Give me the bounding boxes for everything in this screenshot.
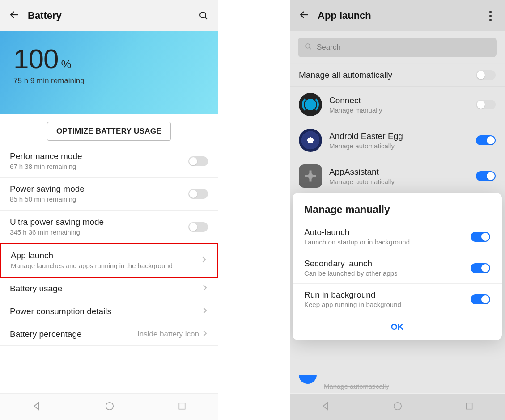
power-saving-row[interactable]: Power saving mode 85 h 50 min remaining [0, 178, 218, 210]
row-title: Battery usage [10, 284, 203, 294]
chevron-right-icon [203, 330, 208, 339]
svg-point-0 [200, 12, 206, 18]
manage-manually-dialog: Manage manually Auto-launch Launch on st… [293, 193, 502, 340]
chevron-right-icon [202, 256, 207, 265]
nav-home-icon[interactable] [105, 401, 115, 413]
row-subtitle: Launch on startup or in background [304, 238, 471, 246]
app-launch-row[interactable]: App launch Manage launches and apps runn… [0, 243, 218, 278]
app-launch-screen: App launch Search Manage all automatical… [290, 0, 505, 420]
secondary-launch-toggle[interactable] [471, 263, 490, 273]
svg-point-1 [106, 402, 113, 410]
ultra-power-toggle[interactable] [188, 222, 208, 232]
auto-launch-row[interactable]: Auto-launch Launch on startup or in back… [293, 221, 502, 252]
search-input[interactable]: Search [298, 38, 497, 57]
battery-banner[interactable]: 100 % 75 h 9 min remaining [0, 31, 218, 114]
battery-usage-row[interactable]: Battery usage [0, 277, 218, 300]
battery-remaining: 75 h 9 min remaining [13, 76, 204, 85]
app-name: Android Easter Egg [329, 131, 476, 141]
row-title: Secondary launch [304, 259, 471, 269]
settings-list: Performance mode 67 h 38 min remaining P… [0, 145, 218, 346]
nav-back-icon[interactable] [321, 401, 331, 413]
row-title: Manage all automatically [299, 70, 476, 80]
svg-point-4 [394, 402, 402, 410]
row-title: Ultra power saving mode [10, 217, 188, 227]
row-title: Performance mode [10, 151, 188, 161]
chevron-right-icon [203, 307, 208, 316]
svg-rect-2 [179, 403, 185, 409]
page-title: Battery [28, 10, 198, 21]
app-sub: Manage automatically [329, 178, 476, 185]
battery-number: 100 [13, 43, 58, 75]
battery-screen: Battery 100 % 75 h 9 min remaining OPTIM… [0, 0, 218, 420]
app-sub: Manage automatically [324, 382, 496, 390]
nav-bar [290, 393, 505, 420]
manage-all-toggle[interactable] [476, 70, 496, 80]
easter-egg-app-icon [299, 129, 322, 152]
dialog-title: Manage manually [293, 204, 502, 221]
search-placeholder: Search [317, 43, 341, 52]
search-icon[interactable] [198, 10, 209, 21]
nav-back-icon[interactable] [32, 401, 42, 413]
more-icon[interactable] [485, 11, 496, 21]
nav-bar [0, 393, 218, 420]
easter-egg-toggle[interactable] [476, 135, 496, 145]
hidden-app-icon [299, 375, 317, 384]
secondary-launch-row[interactable]: Secondary launch Can be launched by othe… [293, 252, 502, 284]
row-subtitle: Keep app running in background [304, 301, 471, 308]
row-title: App launch [11, 251, 202, 260]
row-subtitle: 67 h 38 min remaining [10, 162, 188, 171]
search-icon [304, 42, 312, 53]
chevron-right-icon [203, 284, 208, 293]
ultra-power-row[interactable]: Ultra power saving mode 345 h 36 min rem… [0, 211, 218, 244]
appassistant-app-icon [299, 164, 322, 188]
nav-recent-icon[interactable] [178, 402, 187, 412]
performance-mode-row[interactable]: Performance mode 67 h 38 min remaining [0, 145, 218, 178]
battery-percent-symbol: % [61, 58, 71, 71]
row-subtitle: 85 h 50 min remaining [10, 195, 188, 204]
row-subtitle: 345 h 36 min remaining [10, 228, 188, 237]
app-assistant-row[interactable]: AppAssistant Manage automatically [290, 158, 505, 194]
power-consumption-row[interactable]: Power consumption details [0, 300, 218, 323]
battery-level: 100 % [13, 43, 204, 75]
row-title: Power consumption details [10, 307, 203, 316]
run-background-toggle[interactable] [471, 294, 490, 304]
svg-rect-5 [466, 403, 472, 409]
battery-percentage-row[interactable]: Battery percentage Inside battery icon [0, 323, 218, 346]
run-background-row[interactable]: Run in background Keep app running in ba… [293, 284, 502, 315]
app-launch-header: App launch [290, 0, 505, 31]
row-title: Battery percentage [10, 329, 137, 339]
app-sub: Manage manually [329, 106, 476, 114]
optimize-button[interactable]: OPTIMIZE BATTERY USAGE [47, 122, 171, 141]
ok-button[interactable]: OK [293, 315, 502, 336]
power-saving-toggle[interactable] [188, 189, 208, 199]
appassistant-toggle[interactable] [476, 171, 496, 181]
app-sub: Manage automatically [329, 142, 476, 150]
row-value: Inside battery icon [137, 330, 199, 339]
manage-all-row[interactable]: Manage all automatically [290, 63, 505, 87]
nav-recent-icon[interactable] [465, 402, 474, 412]
connect-toggle[interactable] [476, 100, 496, 109]
app-name: Connect [329, 96, 476, 105]
row-title: Auto-launch [304, 227, 471, 237]
performance-toggle[interactable] [188, 156, 208, 166]
connect-app-icon [299, 93, 322, 116]
back-icon[interactable] [9, 9, 20, 22]
back-icon[interactable] [299, 9, 310, 22]
app-easter-egg-row[interactable]: Android Easter Egg Manage automatically [290, 122, 505, 158]
svg-point-3 [306, 44, 310, 48]
nav-home-icon[interactable] [393, 401, 403, 413]
auto-launch-toggle[interactable] [471, 232, 490, 242]
app-connect-row[interactable]: Connect Manage manually [290, 87, 505, 122]
row-title: Power saving mode [10, 184, 188, 194]
page-title: App launch [318, 10, 485, 21]
row-title: Run in background [304, 290, 471, 300]
app-name: AppAssistant [329, 167, 476, 177]
row-subtitle: Can be launched by other apps [304, 269, 471, 277]
optimize-wrap: OPTIMIZE BATTERY USAGE [0, 114, 218, 145]
row-subtitle: Manage launches and apps running in the … [11, 261, 202, 270]
battery-header: Battery [0, 0, 218, 31]
